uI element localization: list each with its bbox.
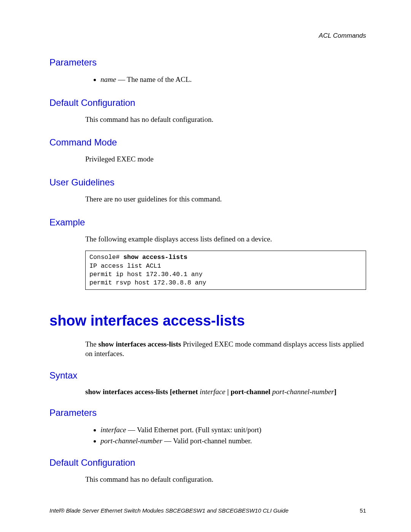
param-term: name [100,75,116,83]
code-output-line: IP access list ACL1 [89,262,161,270]
list-item: interface — Valid Ethernet port. (Full s… [100,425,366,435]
header-section-label: ACL Commands [319,32,366,40]
code-command: show access-lists [123,254,187,261]
page-number: 51 [360,507,366,514]
body-text: There are no user guidelines for this co… [85,195,366,204]
heading-user-guidelines: User Guidelines [49,177,366,188]
body-text: The following example displays access li… [85,235,366,244]
parameters-list: name — The name of the ACL. [85,75,366,85]
heading-syntax: Syntax [49,370,366,381]
list-item: port-channel-number — Valid port-channel… [100,436,366,446]
heading-parameters: Parameters [49,57,366,68]
code-prompt: Console# [89,254,123,261]
page-footer: Intel® Blade Server Ethernet Switch Modu… [49,507,366,514]
list-item: name — The name of the ACL. [100,75,366,85]
body-text: The show interfaces access-lists Privile… [85,340,366,358]
param-term: interface [100,426,126,434]
footer-text: Intel® Blade Server Ethernet Switch Modu… [49,507,288,514]
syntax-token: show interfaces access-lists [85,388,170,396]
syntax-param: port-channel-number [272,388,334,396]
body-text: This command has no default configuratio… [85,115,366,125]
intro-command-name: show interfaces access-lists [98,340,181,348]
code-output-line: permit ip host 172.30.40.1 any [89,271,202,278]
code-output-line: permit rsvp host 172.30.8.8 any [89,279,206,286]
heading-default-configuration: Default Configuration [49,457,366,468]
syntax-text: show interfaces access-lists [ethernet i… [85,388,366,396]
param-term: port-channel-number [100,437,162,445]
parameters-list: interface — Valid Ethernet port. (Full s… [85,425,366,446]
param-desc: — Valid port-channel number. [162,437,252,445]
param-desc: — Valid Ethernet port. (Full syntax: uni… [126,426,261,434]
syntax-token: | [225,388,231,396]
intro-pre: The [85,340,98,348]
document-page: ACL Commands Parameters name — The name … [0,0,411,532]
code-block: Console# show access-lists IP access lis… [85,251,366,290]
heading-example: Example [49,217,366,228]
syntax-token: [ethernet [170,388,200,396]
heading-command-mode: Command Mode [49,137,366,148]
syntax-token: ] [334,388,336,396]
syntax-token: port-channel [231,388,272,396]
syntax-param: interface [200,388,226,396]
heading-parameters: Parameters [49,407,366,418]
param-desc: — The name of the ACL. [116,75,192,83]
heading-default-configuration: Default Configuration [49,97,366,108]
body-text: Privileged EXEC mode [85,155,366,164]
heading-command-title: show interfaces access-lists [49,313,366,329]
body-text: This command has no default configuratio… [85,475,366,484]
